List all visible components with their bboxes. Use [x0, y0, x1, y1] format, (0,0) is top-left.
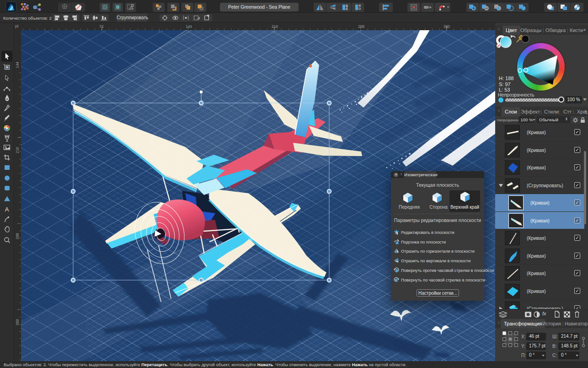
svg-text:A: A [5, 206, 9, 212]
